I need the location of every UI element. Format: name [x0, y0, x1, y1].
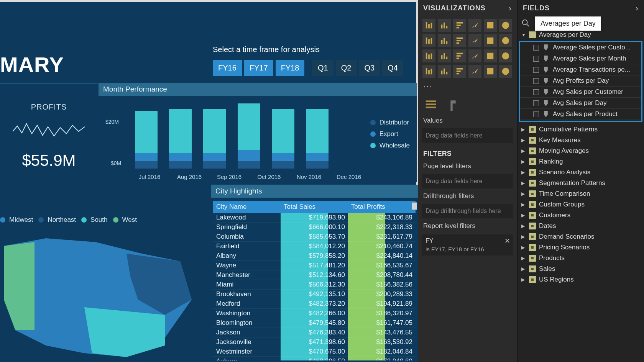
viz-type-icon[interactable]: [484, 49, 497, 62]
field-checkbox[interactable]: [533, 45, 539, 51]
viz-type-icon[interactable]: [422, 34, 435, 47]
collapse-viz-icon[interactable]: ›: [509, 4, 512, 13]
viz-type-icon[interactable]: [422, 19, 435, 32]
table-row[interactable]: Brookhaven$492,135.10$200,289.33: [213, 290, 416, 299]
fy18-button[interactable]: FY18: [276, 60, 305, 76]
table-item[interactable]: ▶Segmentation Patterns: [518, 178, 644, 188]
measure-icon: [543, 100, 549, 106]
profits-card[interactable]: PROFITS $55.9M: [0, 83, 98, 182]
search-icon[interactable]: [521, 19, 530, 27]
fy16-button[interactable]: FY16: [213, 60, 242, 76]
viz-type-icon[interactable]: [499, 34, 512, 47]
table-scrollbar[interactable]: [412, 202, 417, 210]
viz-type-icon[interactable]: [422, 49, 435, 62]
field-checkbox[interactable]: [533, 56, 539, 62]
measure-icon: [543, 89, 549, 95]
fields-mode-icon[interactable]: [425, 98, 437, 111]
table-row[interactable]: Wayne$517,481.20$166,535.67: [213, 261, 416, 270]
table-item[interactable]: ▶Custom Groups: [518, 199, 644, 210]
table-item[interactable]: ▶Products: [518, 253, 644, 264]
format-mode-icon[interactable]: [449, 98, 461, 111]
viz-type-icon[interactable]: [453, 19, 466, 32]
col-profits[interactable]: Total Profits: [348, 201, 416, 213]
field-item[interactable]: Avg Profits per Day: [520, 75, 641, 87]
table-item[interactable]: ▶Scenario Analysis: [518, 167, 644, 178]
report-canvas[interactable]: MARY Select a time frame for analysis FY…: [0, 2, 416, 362]
table-row[interactable]: Fairfield$584,012.20$210,460.74: [213, 242, 416, 251]
table-item[interactable]: ▶Demand Scenarios: [518, 231, 644, 242]
viz-type-icon[interactable]: [422, 65, 435, 78]
fy17-button[interactable]: FY17: [244, 60, 273, 76]
viz-type-icon[interactable]: [499, 49, 512, 62]
q2-button[interactable]: Q2: [336, 60, 357, 76]
more-visuals-icon[interactable]: ⋯: [418, 80, 517, 93]
q3-button[interactable]: Q3: [359, 60, 380, 76]
table-item[interactable]: ▶Ranking: [518, 156, 644, 167]
field-checkbox[interactable]: [533, 89, 539, 95]
field-checkbox[interactable]: [533, 100, 539, 106]
field-item[interactable]: Average Sales per Custo...: [520, 42, 641, 53]
table-row[interactable]: Jackson$476,383.40$143,476.55: [213, 328, 416, 337]
col-sales[interactable]: Total Sales: [281, 201, 348, 213]
table-row[interactable]: Westminster$470,675.00$182,046.84: [213, 347, 416, 357]
measure-icon: [543, 111, 549, 117]
viz-type-icon[interactable]: [453, 34, 466, 47]
table-row[interactable]: Miami$506,312.30$156,382.56: [213, 280, 416, 290]
field-checkbox[interactable]: [533, 111, 539, 117]
report-filter-fy[interactable]: ✕ FY is FY17, FY18 or FY16: [422, 234, 513, 256]
q1-button[interactable]: Q1: [312, 60, 334, 76]
q4-button[interactable]: Q4: [382, 60, 403, 76]
viz-type-icon[interactable]: [484, 19, 497, 32]
table-row[interactable]: Jacksonville$471,398.60$163,530.92: [213, 337, 416, 347]
table-item[interactable]: ▶Key Measures: [518, 135, 644, 146]
viz-type-icon[interactable]: [499, 19, 512, 32]
table-row[interactable]: Albany$579,858.20$224,840.14: [213, 251, 416, 261]
field-checkbox[interactable]: [533, 78, 539, 84]
field-item[interactable]: Average Transactions pe...: [520, 64, 641, 75]
table-item[interactable]: ▶Cumulative Patterns: [518, 124, 644, 135]
viz-type-icon[interactable]: [438, 65, 451, 78]
table-row[interactable]: Springfield$666,000.10$222,318.33: [213, 223, 416, 232]
viz-type-icon[interactable]: [499, 65, 512, 78]
table-item[interactable]: ▶Customers: [518, 210, 644, 221]
table-row[interactable]: Auburn$468,296.50$172,940.60: [213, 357, 416, 361]
table-row[interactable]: Columbia$585,653.70$231,617.79: [213, 232, 416, 242]
table-item[interactable]: ▶US Regions: [518, 274, 644, 285]
page-filters-dropzone[interactable]: Drag data fields here: [422, 174, 513, 188]
viz-type-icon[interactable]: [438, 34, 451, 47]
collapse-fields-icon[interactable]: ›: [636, 4, 639, 13]
viz-type-icon[interactable]: [453, 49, 466, 62]
viz-type-icon[interactable]: [468, 49, 481, 62]
viz-type-icon[interactable]: [484, 34, 497, 47]
table-item[interactable]: ▶Pricing Scenarios: [518, 242, 644, 253]
field-item[interactable]: Avg Sales per Product: [520, 109, 641, 120]
table-row[interactable]: Bloomington$479,545.80$161,747.05: [213, 318, 416, 328]
viz-type-icon[interactable]: [468, 65, 481, 78]
month-performance-card[interactable]: Month Performance $20M $0M Distributor E…: [99, 83, 417, 182]
table-averages-per-day[interactable]: ▼ Averages per Day: [518, 29, 644, 40]
table-row[interactable]: Medford$482,373.20$194,921.89: [213, 299, 416, 309]
table-row[interactable]: Washington$482,266.00$186,320.97: [213, 309, 416, 318]
table-item[interactable]: ▶Sales: [518, 264, 644, 274]
field-item[interactable]: Avg Sales per Day: [520, 98, 641, 109]
col-city[interactable]: City Name: [213, 201, 281, 213]
table-row[interactable]: Manchester$512,134.60$208,780.44: [213, 270, 416, 280]
remove-filter-icon[interactable]: ✕: [504, 237, 510, 245]
viz-type-icon[interactable]: [453, 65, 466, 78]
viz-type-icon[interactable]: [438, 49, 451, 62]
table-item[interactable]: ▶Moving Averages: [518, 146, 644, 156]
city-highlights-card[interactable]: City Highlights City Name Total Sales To…: [211, 185, 418, 362]
viz-type-icon[interactable]: [484, 65, 497, 78]
viz-type-icon[interactable]: [438, 19, 451, 32]
field-checkbox[interactable]: [533, 67, 539, 73]
table-item[interactable]: ▶Dates: [518, 221, 644, 231]
viz-type-icon[interactable]: [468, 34, 481, 47]
drill-filters-dropzone[interactable]: Drag drillthrough fields here: [422, 204, 513, 218]
viz-type-icon[interactable]: [468, 19, 481, 32]
map-card[interactable]: Midwest Northeast South West: [0, 185, 209, 362]
values-dropzone[interactable]: Drag data fields here: [422, 128, 513, 143]
field-item[interactable]: Avg Sales per Customer: [520, 87, 641, 98]
field-item[interactable]: Average Sales per Month: [520, 53, 641, 64]
table-row[interactable]: Lakewood$719,693.90$243,106.89: [213, 213, 416, 223]
table-item[interactable]: ▶Time Comparison: [518, 188, 644, 199]
